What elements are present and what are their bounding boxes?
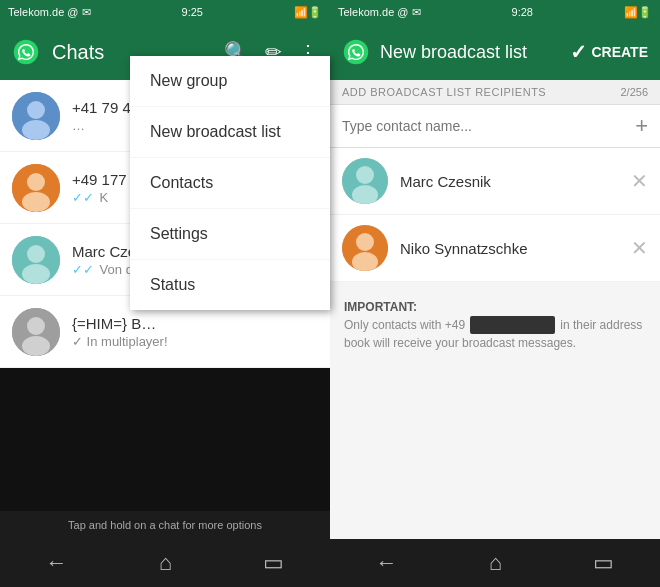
left-carrier: Telekom.de @ ✉	[8, 6, 91, 19]
svg-point-5	[27, 173, 45, 191]
left-status-left: Telekom.de @ ✉	[8, 6, 91, 19]
left-status-bar: Telekom.de @ ✉ 9:25 📶🔋	[0, 0, 330, 24]
avatar	[12, 308, 60, 356]
remove-contact-icon[interactable]: ✕	[631, 236, 648, 260]
recent-icon[interactable]: ▭	[263, 550, 284, 576]
svg-point-12	[22, 336, 50, 356]
add-contact-icon[interactable]: +	[635, 113, 648, 139]
bottom-hint-text: Tap and hold on a chat for more options	[68, 519, 262, 531]
contact-item: Niko Synnatzschke ✕	[330, 215, 660, 282]
content-spacer	[330, 368, 660, 539]
dropdown-item-status[interactable]: Status	[130, 260, 330, 310]
dropdown-item-contacts[interactable]: Contacts	[130, 158, 330, 209]
svg-point-0	[14, 40, 39, 65]
left-status-right: 📶🔋	[294, 6, 322, 19]
svg-point-11	[27, 317, 45, 335]
dropdown-item-new-broadcast[interactable]: New broadcast list	[130, 107, 330, 158]
whatsapp-logo-icon	[12, 38, 40, 66]
contact-avatar	[342, 158, 388, 204]
recipients-label: ADD BROADCAST LIST RECIPIENTS	[342, 86, 546, 98]
left-nav-bar: ← ⌂ ▭	[0, 539, 330, 587]
dropdown-item-settings[interactable]: Settings	[130, 209, 330, 260]
create-label: CREATE	[591, 44, 648, 60]
check-icon: ✓	[570, 40, 587, 64]
svg-point-3	[22, 120, 50, 140]
chat-name: {=HIM=} B…	[72, 315, 318, 332]
recipients-count: 2/256	[620, 86, 648, 98]
right-status-icons: 📶🔋	[624, 6, 652, 19]
left-status-time: 9:25	[182, 6, 203, 18]
remove-contact-icon[interactable]: ✕	[631, 169, 648, 193]
notice-heading: IMPORTANT:	[344, 300, 417, 314]
svg-point-15	[356, 166, 374, 184]
redacted-number: █████████	[470, 316, 555, 334]
avatar	[12, 92, 60, 140]
right-carrier: Telekom.de @ ✉	[338, 6, 421, 19]
back-icon[interactable]: ←	[376, 550, 398, 576]
contact-name: Niko Synnatzschke	[400, 240, 631, 257]
contact-name: Marc Czesnik	[400, 173, 631, 190]
dropdown-menu: New group New broadcast list Contacts Se…	[130, 56, 330, 310]
svg-point-13	[344, 40, 369, 65]
left-panel: Telekom.de @ ✉ 9:25 📶🔋 Chats 🔍 ✏ ⋮ +41 7…	[0, 0, 330, 587]
right-header: New broadcast list ✓ CREATE	[330, 24, 660, 80]
create-button[interactable]: ✓ CREATE	[570, 40, 648, 64]
back-icon[interactable]: ←	[46, 550, 68, 576]
svg-point-6	[22, 192, 50, 212]
recipients-bar: ADD BROADCAST LIST RECIPIENTS 2/256	[330, 80, 660, 105]
right-panel: Telekom.de @ ✉ 9:28 📶🔋 New broadcast lis…	[330, 0, 660, 587]
dropdown-item-new-group[interactable]: New group	[130, 56, 330, 107]
broadcast-title: New broadcast list	[380, 42, 560, 63]
search-bar: +	[330, 105, 660, 148]
right-status-time: 9:28	[512, 6, 533, 18]
contact-avatar	[342, 225, 388, 271]
contact-search-input[interactable]	[342, 118, 627, 134]
svg-point-18	[356, 233, 374, 251]
chat-info: {=HIM=} B… ✓ In multiplayer!	[72, 315, 318, 349]
svg-point-8	[27, 245, 45, 263]
svg-point-9	[22, 264, 50, 284]
chat-preview: ✓ In multiplayer!	[72, 334, 318, 349]
avatar	[12, 164, 60, 212]
right-nav-bar: ← ⌂ ▭	[330, 539, 660, 587]
contact-item: Marc Czesnik ✕	[330, 148, 660, 215]
chat-dark-area	[0, 368, 330, 511]
right-status-bar: Telekom.de @ ✉ 9:28 📶🔋	[330, 0, 660, 24]
home-icon[interactable]: ⌂	[489, 550, 502, 576]
bottom-hint-bar: Tap and hold on a chat for more options	[0, 511, 330, 539]
important-notice: IMPORTANT: Only contacts with +49 ██████…	[330, 282, 660, 368]
notice-body: Only contacts with +49 █████████ in thei…	[344, 318, 642, 350]
home-icon[interactable]: ⌂	[159, 550, 172, 576]
avatar	[12, 236, 60, 284]
recent-icon[interactable]: ▭	[593, 550, 614, 576]
svg-point-2	[27, 101, 45, 119]
whatsapp-logo-right-icon	[342, 38, 370, 66]
